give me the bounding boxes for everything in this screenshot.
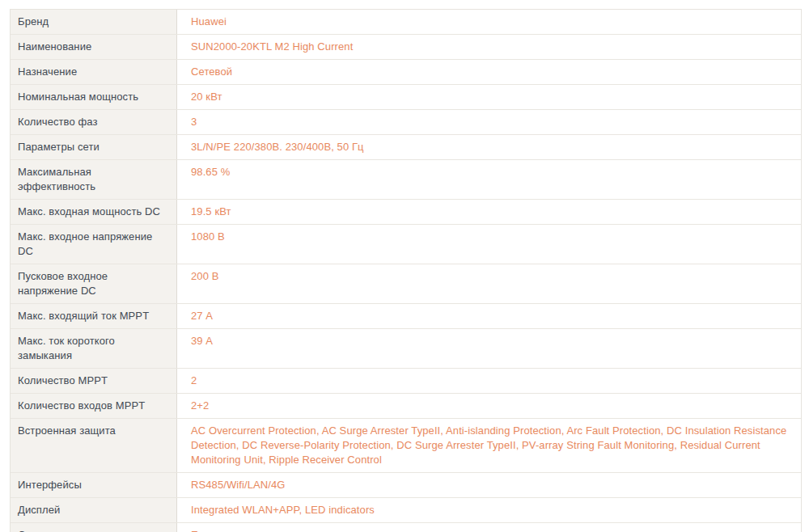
- spec-label: Максимальная эффективность: [11, 160, 177, 199]
- spec-value: Естественное: [177, 523, 801, 532]
- spec-label: Количество входов MPPT: [11, 394, 177, 418]
- spec-value: 200 В: [177, 264, 801, 303]
- spec-value: 20 кВт: [177, 85, 801, 109]
- table-row: Макс. ток короткого замыкания 39 А: [11, 329, 801, 369]
- table-row: Макс. входное напряжение DC 1080 В: [11, 225, 801, 264]
- table-row: Интерфейсы RS485/Wifi/LAN/4G: [11, 473, 801, 498]
- spec-value: 98.65 %: [177, 160, 801, 199]
- table-row: Дисплей Integrated WLAN+APP, LED indicat…: [11, 498, 801, 523]
- spec-value: 39 А: [177, 329, 801, 368]
- table-row: Количество MPPT 2: [11, 369, 801, 394]
- spec-value: RS485/Wifi/LAN/4G: [177, 473, 801, 497]
- spec-value: 19.5 кВт: [177, 200, 801, 224]
- spec-value: 2: [177, 369, 801, 393]
- spec-label: Пусковое входное напряжение DC: [11, 264, 177, 303]
- spec-value: AC Overcurrent Protection, AC Surge Arre…: [177, 419, 801, 472]
- spec-label: Встроенная защита: [11, 419, 177, 472]
- spec-label: Номинальная мощность: [11, 85, 177, 109]
- spec-value: 2+2: [177, 394, 801, 418]
- table-row: Номинальная мощность 20 кВт: [11, 85, 801, 110]
- table-row: Количество фаз 3: [11, 110, 801, 135]
- table-row: Максимальная эффективность 98.65 %: [11, 160, 801, 200]
- spec-value: 27 А: [177, 304, 801, 328]
- table-row: Макс. входящий ток MPPT 27 А: [11, 304, 801, 329]
- spec-label: Макс. входящий ток MPPT: [11, 304, 177, 328]
- table-row: Наименование SUN2000-20KTL M2 High Curre…: [11, 35, 801, 60]
- spec-value: 3L/N/PE 220/380В. 230/400В, 50 Гц: [177, 135, 801, 159]
- table-row: Охлаждение Естественное: [11, 523, 801, 532]
- spec-label: Охлаждение: [11, 523, 177, 532]
- table-row: Количество входов MPPT 2+2: [11, 394, 801, 419]
- spec-label: Макс. входное напряжение DC: [11, 225, 177, 264]
- spec-value: 1080 В: [177, 225, 801, 264]
- spec-label: Назначение: [11, 60, 177, 84]
- spec-value: Integrated WLAN+APP, LED indicators: [177, 498, 801, 522]
- spec-label: Количество фаз: [11, 110, 177, 134]
- spec-label: Интерфейсы: [11, 473, 177, 497]
- spec-label: Параметры сети: [11, 135, 177, 159]
- spec-label: Бренд: [11, 10, 177, 34]
- spec-label: Макс. ток короткого замыкания: [11, 329, 177, 368]
- table-row: Пусковое входное напряжение DC 200 В: [11, 264, 801, 304]
- spec-label: Наименование: [11, 35, 177, 59]
- spec-value: Сетевой: [177, 60, 801, 84]
- spec-value: Huawei: [177, 10, 801, 34]
- table-row: Параметры сети 3L/N/PE 220/380В. 230/400…: [11, 135, 801, 160]
- table-row: Макс. входная мощность DC 19.5 кВт: [11, 200, 801, 225]
- spec-label: Дисплей: [11, 498, 177, 522]
- spec-label: Количество MPPT: [11, 369, 177, 393]
- table-row: Бренд Huawei: [11, 10, 801, 35]
- table-row: Назначение Сетевой: [11, 60, 801, 85]
- specs-table: Бренд Huawei Наименование SUN2000-20KTL …: [10, 9, 802, 532]
- spec-value: SUN2000-20KTL M2 High Current: [177, 35, 801, 59]
- spec-value: 3: [177, 110, 801, 134]
- spec-label: Макс. входная мощность DC: [11, 200, 177, 224]
- table-row: Встроенная защита AC Overcurrent Protect…: [11, 419, 801, 473]
